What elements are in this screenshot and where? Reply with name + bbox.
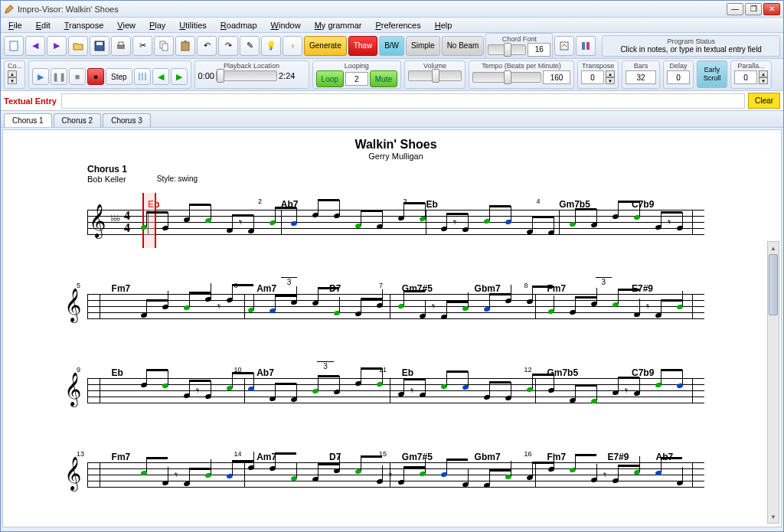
vertical-scrollbar[interactable]: ▲ ▼: [767, 241, 779, 524]
chord-symbol[interactable]: Ab7: [256, 367, 274, 378]
parallax-spinner[interactable]: ▲▼: [759, 70, 768, 84]
copy-button[interactable]: [154, 36, 174, 56]
notes-layer: 𝄾𝄾𝄾: [87, 210, 704, 234]
tab-chorus2[interactable]: Chorus 2: [54, 113, 102, 127]
step-button[interactable]: Step: [106, 68, 132, 85]
chord-symbol[interactable]: Gm7#5: [402, 452, 433, 462]
menu-help[interactable]: Help: [432, 19, 456, 31]
hint-button[interactable]: ♀: [283, 36, 302, 56]
chord-symbol[interactable]: Gbm7: [475, 283, 501, 294]
cut-button[interactable]: ✂: [132, 36, 152, 56]
minimize-button[interactable]: —: [727, 3, 743, 15]
status-box: Program Status Click in notes, or type i…: [602, 35, 780, 57]
parallax-value[interactable]: 0: [734, 70, 757, 84]
mixer-button[interactable]: [134, 68, 151, 85]
chord-symbol[interactable]: Gm7b5: [547, 367, 578, 378]
chord-symbol[interactable]: Fm7: [547, 452, 566, 462]
thaw-button[interactable]: Thaw: [348, 36, 377, 56]
chord-symbol[interactable]: Am7: [256, 283, 276, 294]
app-icon: [4, 4, 15, 15]
chord-symbol[interactable]: Eb: [112, 367, 123, 378]
notes-layer: 𝄾𝄾𝄾: [87, 378, 704, 403]
simple-button[interactable]: Simple: [406, 36, 440, 56]
early-scroll-button[interactable]: Early Scroll: [697, 60, 727, 88]
forward-button[interactable]: ▶: [171, 68, 188, 85]
chord-symbol[interactable]: Fm7: [112, 283, 131, 294]
transpose-value[interactable]: 0: [581, 70, 604, 84]
playback-slider[interactable]: [216, 70, 277, 81]
note-stem: [232, 372, 233, 387]
chord-symbol[interactable]: E7#9: [607, 452, 629, 462]
redo-button[interactable]: ↷: [218, 36, 238, 56]
nobeam-button[interactable]: No Beam: [442, 36, 485, 56]
menu-play[interactable]: Play: [146, 19, 168, 31]
chord-symbol[interactable]: Eb: [402, 367, 413, 378]
clear-button[interactable]: Clear: [748, 93, 780, 109]
play-button[interactable]: ▶: [32, 68, 49, 85]
new-button[interactable]: [4, 36, 24, 56]
pencil-button[interactable]: ✎: [240, 36, 260, 56]
record-button[interactable]: ●: [87, 68, 104, 85]
menu-roadmap[interactable]: Roadmap: [217, 19, 260, 31]
note-stem: [361, 298, 361, 313]
stop-button[interactable]: ■: [69, 68, 86, 85]
beam: [275, 452, 296, 455]
loop-button[interactable]: Loop: [316, 70, 344, 87]
chordfont-value[interactable]: 16: [528, 43, 550, 57]
tempo-value[interactable]: 160: [543, 70, 570, 84]
open-button[interactable]: [68, 36, 88, 56]
note-stem: [618, 201, 619, 216]
close-button[interactable]: ✕: [763, 3, 780, 15]
delay-value[interactable]: 0: [667, 70, 690, 84]
notes-layer: 𝄾𝄾𝄾: [87, 294, 704, 318]
note-stem: [189, 204, 190, 219]
generate-button[interactable]: Generate: [304, 36, 347, 56]
next-button[interactable]: ▶: [47, 36, 67, 56]
chord-symbol[interactable]: Fm7: [112, 452, 131, 462]
maximize-button[interactable]: ❐: [745, 3, 762, 15]
volume-slider[interactable]: [408, 70, 462, 81]
rewind-button[interactable]: ◀: [152, 68, 169, 85]
bars-label: Bars: [626, 62, 656, 70]
co-spinner[interactable]: ▲▼: [8, 70, 17, 84]
transpose-spinner[interactable]: ▲▼: [606, 70, 615, 84]
scrollbar-thumb[interactable]: [769, 254, 778, 315]
note-stem: [682, 212, 683, 227]
prev-button[interactable]: ◀: [25, 36, 45, 56]
menu-transpose[interactable]: Transpose: [61, 19, 107, 31]
save-button[interactable]: [90, 36, 109, 56]
note-stem: [639, 456, 640, 472]
textual-entry-input[interactable]: [61, 93, 745, 109]
tempo-slider[interactable]: [472, 72, 541, 83]
menu-preferences[interactable]: Preferences: [372, 19, 423, 31]
bar-number: 8: [524, 282, 528, 289]
tool-a-button[interactable]: [554, 36, 574, 56]
undo-button[interactable]: ↶: [197, 36, 217, 56]
bw-button[interactable]: B/W: [379, 36, 404, 56]
chord-symbol[interactable]: Gbm7: [475, 452, 501, 462]
time-current: 0:00: [198, 71, 214, 80]
chordfont-slider[interactable]: [488, 44, 526, 55]
mute-button[interactable]: Mute: [370, 70, 397, 87]
menu-edit[interactable]: Edit: [33, 19, 54, 31]
loop-value[interactable]: 2: [345, 72, 368, 86]
note-stem: [682, 467, 683, 482]
tab-chorus1[interactable]: Chorus 1: [4, 113, 52, 127]
note-stem: [489, 381, 490, 397]
menu-mygrammar[interactable]: My grammar: [312, 19, 365, 31]
print-button[interactable]: [111, 36, 131, 56]
idea-button[interactable]: 💡: [261, 36, 281, 56]
menu-utilities[interactable]: Utilities: [176, 19, 209, 31]
menu-file[interactable]: File: [5, 19, 25, 31]
chord-symbol[interactable]: Eb: [426, 199, 437, 210]
menu-view[interactable]: View: [114, 19, 139, 31]
pause-button[interactable]: ❚❚: [51, 68, 67, 85]
chord-symbol[interactable]: Am7: [256, 452, 276, 462]
menu-window[interactable]: Window: [268, 19, 304, 31]
bars-value[interactable]: 32: [626, 70, 656, 84]
tab-chorus3[interactable]: Chorus 3: [103, 113, 151, 127]
treble-clef: 𝄞: [64, 372, 81, 406]
paste-button[interactable]: [175, 36, 195, 56]
sheet-area[interactable]: Walkin' Shoes Gerry Mulligan Chorus 1 Bo…: [2, 129, 782, 527]
tool-b-button[interactable]: [576, 36, 596, 56]
